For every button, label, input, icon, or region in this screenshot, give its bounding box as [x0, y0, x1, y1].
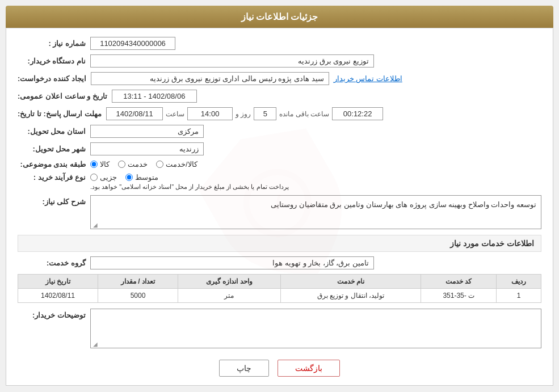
- deadline-date-value: 1402/08/11: [106, 107, 163, 120]
- announce-date-row: 1402/08/06 - 13:11 تاریخ و ساعت اعلان عم…: [18, 90, 541, 103]
- main-card: ✓ 1102094340000006 شماره نیاز : توزیع نی…: [6, 28, 553, 386]
- col-qty: تعداد / مقدار: [98, 275, 178, 289]
- announce-date-value: 1402/08/06 - 13:11: [112, 90, 197, 103]
- general-desc-box: توسعه واحدات واصلاح وبهینه سازی پروژه ها…: [90, 195, 541, 229]
- category-kala-khidmat-radio[interactable]: [156, 161, 163, 168]
- category-khidmat[interactable]: خدمت: [118, 160, 148, 168]
- deadline-time-value: 14:00: [187, 107, 233, 120]
- deadline-label: مهلت ارسال پاسخ: تا تاریخ:: [18, 109, 102, 118]
- col-unit: واحد اندازه گیری: [178, 275, 280, 289]
- general-desc-row: توسعه واحدات واصلاح وبهینه سازی پروژه ها…: [18, 195, 541, 229]
- city-row: زرندیه شهر محل تحویل:: [18, 142, 541, 155]
- need-number-row: 1102094340000006 شماره نیاز :: [18, 37, 541, 50]
- resize-handle-notes[interactable]: ◢: [92, 341, 98, 347]
- purchase-type-motavasset[interactable]: متوسط: [125, 173, 158, 182]
- purchase-type-jozii-radio[interactable]: [90, 174, 98, 181]
- cell-name: تولید، انتقال و توزیع برق: [280, 289, 421, 303]
- deadline-days-value: 5: [254, 107, 276, 120]
- city-value: زرندیه: [90, 142, 204, 155]
- purchase-type-row: متوسط جزیی پرداخت تمام یا بخشی از مبلغ خ…: [18, 173, 541, 191]
- buyer-org-row: توزیع نیروی برق زرندیه نام دستگاه خریدار…: [18, 54, 541, 68]
- buyer-notes-box: ◢: [90, 309, 541, 348]
- need-number-label: شماره نیاز :: [18, 39, 86, 48]
- deadline-remain-value: 00:12:22: [332, 107, 383, 120]
- purchase-type-motavasset-label: متوسط: [135, 173, 158, 182]
- creator-row: اطلاعات تماس خریدار سید هادی پژوه رئیس م…: [18, 72, 541, 85]
- buttons-row: بازگشت چاپ: [18, 360, 541, 377]
- category-row: کالا/خدمت خدمت کالا طبقه بندی موضوعی:: [18, 160, 541, 168]
- general-desc-value: توسعه واحدات واصلاح وبهینه سازی پروژه ها…: [271, 200, 536, 209]
- page-title: جزئیات اطلاعات نیاز: [6, 6, 553, 28]
- province-label: استان محل تحویل:: [18, 127, 86, 136]
- service-group-row: تامین برق، گاز، بخار و تهویه هوا گروه خد…: [18, 256, 541, 269]
- cell-qty: 5000: [98, 289, 178, 303]
- purchase-note: پرداخت تمام یا بخشی از مبلغ خریدار از مح…: [90, 183, 289, 191]
- table-header-row: ردیف کد خدمت نام خدمت واحد اندازه گیری ت…: [18, 275, 541, 289]
- category-kala-khidmat[interactable]: کالا/خدمت: [156, 160, 197, 168]
- table-row: 1 ت -35-351 تولید، انتقال و توزیع برق مت…: [18, 289, 541, 303]
- city-label: شهر محل تحویل:: [18, 145, 86, 153]
- col-row: ردیف: [497, 275, 541, 289]
- category-label: طبقه بندی موضوعی:: [18, 160, 86, 168]
- deadline-time-label: ساعت: [166, 110, 184, 118]
- category-kala-label: کالا: [100, 160, 110, 168]
- buyer-org-label: نام دستگاه خریدار:: [18, 57, 86, 65]
- purchase-type-jozii[interactable]: جزیی: [90, 173, 117, 182]
- category-radio-group: کالا/خدمت خدمت کالا: [90, 160, 197, 168]
- category-khidmat-radio[interactable]: [118, 161, 125, 168]
- col-code: کد خدمت: [421, 275, 497, 289]
- category-khidmat-label: خدمت: [128, 160, 148, 168]
- purchase-type-radio-group: متوسط جزیی: [90, 173, 158, 182]
- cell-unit: متر: [178, 289, 280, 303]
- buyer-notes-label: توضیحات خریدار:: [18, 309, 86, 319]
- creator-label: ایجاد کننده درخواست:: [18, 74, 86, 83]
- announce-date-label: تاریخ و ساعت اعلان عمومی:: [18, 92, 107, 100]
- services-table: ردیف کد خدمت نام خدمت واحد اندازه گیری ت…: [18, 274, 541, 303]
- purchase-type-jozii-label: جزیی: [100, 173, 117, 182]
- cell-code: ت -35-351: [421, 289, 497, 303]
- buyer-org-value: توزیع نیروی برق زرندیه: [90, 54, 374, 68]
- category-kala-radio[interactable]: [90, 161, 98, 168]
- col-name: نام خدمت: [280, 275, 421, 289]
- purchase-type-label: نوع فرآیند خرید :: [18, 173, 86, 182]
- purchase-type-motavasset-radio[interactable]: [125, 174, 133, 181]
- creator-link[interactable]: اطلاعات تماس خریدار: [334, 74, 402, 83]
- creator-value: سید هادی پژوه رئیس مالی اداری توزیع نیرو…: [91, 72, 329, 85]
- category-kala[interactable]: کالا: [90, 160, 110, 168]
- category-kala-khidmat-label: کالا/خدمت: [166, 160, 197, 168]
- deadline-remain-label: ساعت باقی مانده: [279, 110, 329, 118]
- page-container: جزئیات اطلاعات نیاز ✓ 1102094340000006 ش…: [0, 0, 559, 392]
- service-info-title: اطلاعات خدمات مورد نیاز: [18, 235, 541, 252]
- deadline-days-label: روز و: [236, 110, 251, 118]
- resize-handle-desc[interactable]: ◢: [92, 222, 98, 227]
- back-button[interactable]: بازگشت: [278, 360, 340, 377]
- cell-date: 1402/08/11: [18, 289, 98, 303]
- cell-row: 1: [497, 289, 541, 303]
- deadline-remain-group: 00:12:22 ساعت باقی مانده 5 روز و 14:00 س…: [106, 107, 383, 120]
- buyer-notes-row: ◢ توضیحات خریدار:: [18, 309, 541, 348]
- deadline-row: 00:12:22 ساعت باقی مانده 5 روز و 14:00 س…: [18, 107, 541, 120]
- print-button[interactable]: چاپ: [219, 360, 269, 377]
- service-group-label: گروه خدمت:: [18, 259, 86, 267]
- province-row: مرکزی استان محل تحویل:: [18, 125, 541, 138]
- province-value: مرکزی: [90, 125, 204, 138]
- purchase-type-options: متوسط جزیی پرداخت تمام یا بخشی از مبلغ خ…: [90, 173, 289, 191]
- col-date: تاریخ نیاز: [18, 275, 98, 289]
- general-desc-content: توسعه واحدات واصلاح وبهینه سازی پروژه ها…: [90, 195, 541, 229]
- need-number-value: 1102094340000006: [90, 37, 175, 50]
- general-desc-label: شرح کلی نیاز:: [18, 195, 86, 206]
- service-group-value: تامین برق، گاز، بخار و تهویه هوا: [90, 256, 374, 269]
